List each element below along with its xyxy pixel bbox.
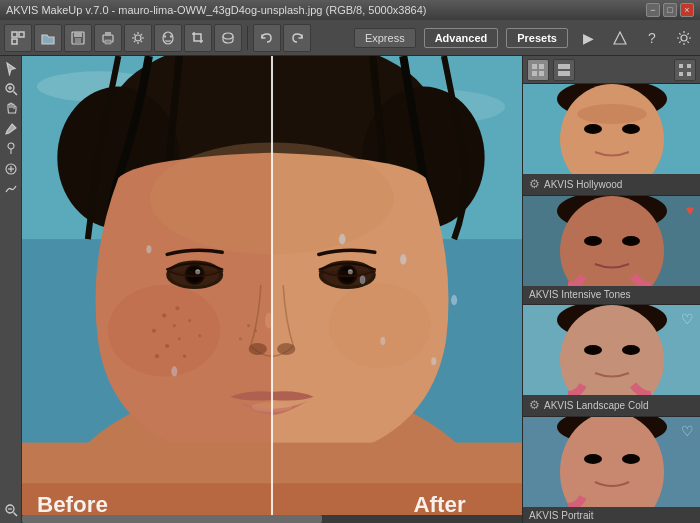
filter-button[interactable] [214,24,242,52]
presets-list[interactable]: ⚙ AKVIS Hollywood [523,84,700,523]
svg-point-57 [165,344,169,348]
svg-point-36 [108,285,220,377]
close-button[interactable]: × [680,3,694,17]
preset-heart-portrait: ♡ [681,423,694,439]
panel-view-btn-2[interactable] [553,59,575,81]
svg-point-73 [451,295,457,305]
svg-rect-87 [558,64,570,69]
settings-icon-landscape: ⚙ [529,398,540,412]
svg-rect-4 [74,32,82,37]
presets-button[interactable]: Presets [506,28,568,48]
express-button[interactable]: Express [354,28,416,48]
preset-item-portrait[interactable]: ♡ AKVIS Portrait [523,417,700,523]
svg-rect-8 [105,40,111,44]
svg-point-19 [8,143,14,149]
svg-text:Before: Before [37,492,108,517]
canvas-scrollbar[interactable] [22,515,522,523]
svg-point-72 [431,357,436,365]
svg-point-10 [163,32,173,44]
svg-point-111 [560,417,664,507]
svg-rect-7 [105,32,111,36]
preset-label-portrait: AKVIS Portrait [523,507,700,523]
svg-rect-84 [539,64,544,69]
save-button[interactable] [64,24,92,52]
title-bar: AKVIS MakeUp v.7.0 - mauro-lima-OWW_43gD… [0,0,700,20]
svg-rect-1 [19,32,24,37]
svg-point-53 [162,313,166,317]
preset-item-hollywood[interactable]: ⚙ AKVIS Hollywood [523,84,700,196]
info-icon-button[interactable] [608,26,632,50]
svg-point-103 [622,236,640,246]
svg-rect-5 [75,38,81,43]
svg-point-102 [584,236,602,246]
zoom-tool[interactable] [2,80,20,98]
minimize-button[interactable]: − [646,3,660,17]
liquify-tool[interactable] [2,180,20,198]
preset-item-landscape[interactable]: ♡ ⚙ AKVIS Landscape Cold [523,305,700,417]
settings-button[interactable] [672,26,696,50]
left-toolbar [0,56,22,523]
select-tool-button[interactable] [4,24,32,52]
svg-point-54 [173,324,176,327]
svg-rect-85 [532,71,537,76]
svg-point-58 [188,319,191,322]
svg-rect-2 [12,39,17,44]
svg-rect-0 [12,32,17,37]
panel-menu-btn[interactable] [674,59,696,81]
undo-button[interactable] [253,24,281,52]
pointer-tool[interactable] [2,60,20,78]
svg-point-97 [622,124,640,134]
crop-button[interactable] [184,24,212,52]
svg-rect-91 [679,72,683,76]
play-button[interactable]: ▶ [576,26,600,50]
svg-point-50 [277,343,295,355]
panel-toolbar [523,56,700,84]
scrollbar-thumb[interactable] [22,515,322,523]
preset-heart-intensive: ♥ [686,202,694,218]
svg-point-69 [380,337,385,345]
svg-point-37 [329,283,431,368]
svg-point-70 [146,245,151,253]
mask-button[interactable] [154,24,182,52]
maximize-button[interactable]: □ [663,3,677,17]
window-controls: − □ × [646,3,694,17]
svg-point-56 [178,337,181,340]
canvas-area[interactable]: Before After [22,56,522,523]
hand-tool[interactable] [2,100,20,118]
preset-thumb-intensive: ♥ [523,196,700,286]
svg-point-13 [223,33,233,39]
preset-item-intensive[interactable]: ♥ AKVIS Intensive Tones [523,196,700,305]
svg-line-24 [13,513,17,517]
svg-point-60 [183,355,186,358]
settings-tool-button[interactable] [124,24,152,52]
question-button[interactable]: ? [640,26,664,50]
svg-point-113 [622,454,640,464]
toolbar-separator-1 [247,26,248,50]
svg-point-11 [164,35,166,38]
svg-point-112 [584,454,602,464]
main-toolbar: Express Advanced Presets ▶ ? [0,20,700,56]
redo-button[interactable] [283,24,311,52]
preset-heart-landscape: ♡ [681,311,694,327]
print-button[interactable] [94,24,122,52]
preset-thumb-portrait: ♡ [523,417,700,507]
svg-point-55 [152,329,156,333]
svg-point-64 [254,329,257,332]
healing-tool[interactable] [2,160,20,178]
eyedropper-tool[interactable] [2,140,20,158]
svg-point-63 [247,324,250,327]
svg-point-68 [400,254,406,264]
svg-rect-89 [679,64,683,68]
preset-thumb-landscape: ♡ [523,305,700,395]
svg-point-61 [155,354,159,358]
zoom-out-btn[interactable] [2,501,20,519]
brush-tool[interactable] [2,120,20,138]
open-button[interactable] [34,24,62,52]
svg-point-98 [577,104,647,124]
svg-point-65 [239,337,242,340]
svg-rect-90 [687,64,691,68]
preset-label-intensive: AKVIS Intensive Tones [523,286,700,304]
advanced-button[interactable]: Advanced [424,28,499,48]
svg-point-49 [249,343,267,355]
panel-view-btn-1[interactable] [527,59,549,81]
